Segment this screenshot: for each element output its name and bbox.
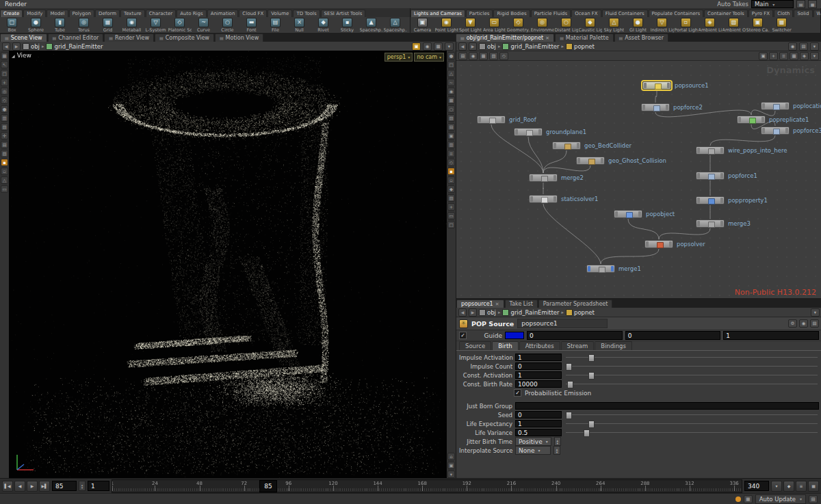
shelf-tab-sesi-artist-tools[interactable]: SESI Artist Tools (321, 10, 366, 17)
snapshot-icon[interactable]: ◇ (447, 159, 455, 166)
shelf-tool-sky-light[interactable]: △Sky Light (602, 17, 626, 33)
node-flag-left[interactable] (697, 198, 700, 203)
shelf-tool-metaball[interactable]: ◉Metaball (120, 17, 144, 33)
probabilistic-emission-checkbox[interactable]: ✓ (514, 389, 521, 397)
camera-menu[interactable]: persp1▾ (385, 53, 413, 62)
shelf-tab-td-tools[interactable]: TD Tools (293, 10, 320, 17)
breadcrumb-item-grid-rainemitter[interactable]: grid_RainEmitter (502, 43, 559, 50)
snap-tool-icon[interactable]: ▥ (1, 114, 8, 122)
menu-render[interactable]: Render (0, 1, 37, 8)
node-popforce2[interactable] (641, 103, 670, 111)
current-frame-marker[interactable]: 85 (259, 480, 277, 492)
node-wire[interactable] (659, 228, 710, 239)
handles-icon[interactable]: ✛ (1, 132, 8, 140)
shelf-tool-caustic-lig[interactable]: ◆Caustic Lig... (578, 17, 602, 33)
path-back-icon[interactable]: ◀ (2, 42, 10, 51)
frame-view-icon[interactable]: ▣ (447, 462, 455, 469)
impulse-count-slider[interactable] (564, 362, 819, 370)
component-icon[interactable]: ◆ (447, 185, 455, 193)
node-popreplicate1[interactable] (737, 116, 766, 124)
node-flag-left[interactable] (515, 129, 518, 135)
tab-motion-view[interactable]: ▤Motion View (215, 34, 263, 42)
shelf-tool-font[interactable]: ▬Font (239, 17, 263, 33)
net-layout-icon[interactable]: ≡ (779, 52, 788, 60)
desktop-menu-icon[interactable]: ▦ (808, 0, 817, 8)
node-flag-right[interactable] (667, 83, 670, 88)
shelf-tab-lights-and-cameras[interactable]: Lights and Cameras (410, 10, 465, 17)
breadcrumb-item-obj[interactable]: obj (479, 43, 496, 50)
net-overview-icon[interactable]: ▣ (759, 52, 768, 60)
home-view-icon[interactable]: ⌂ (447, 453, 455, 460)
shelf-tab-model[interactable]: Model (47, 10, 68, 17)
node-popforce3[interactable] (761, 127, 790, 135)
shelf-tab-populate-containers[interactable]: Populate Containers (649, 10, 704, 17)
node-wire[interactable] (543, 204, 601, 264)
node-flag-left[interactable] (642, 105, 645, 110)
shelf-tool-sticky[interactable]: ▪Sticky (335, 17, 359, 33)
node-wire[interactable] (543, 150, 566, 173)
path-forward-icon[interactable]: ▶ (469, 42, 477, 51)
node-flag-left[interactable] (762, 128, 765, 133)
path-back-icon[interactable]: ◀ (458, 42, 467, 51)
slider-handle[interactable] (588, 354, 595, 362)
shelf-tab-auto-rigs[interactable]: Auto Rigs (177, 10, 206, 17)
close-icon[interactable]: ✕ (545, 36, 549, 41)
group-list-icon[interactable]: ≡ (447, 150, 455, 157)
shelf-tab-container-tools[interactable]: Container Tools (704, 10, 748, 17)
node-groundplane1[interactable] (514, 128, 543, 136)
node-popsolver[interactable] (644, 240, 673, 248)
shelf-tab-character[interactable]: Character (146, 10, 177, 17)
snapshot-camera-icon[interactable]: ▣ (412, 42, 421, 51)
frame-spinner[interactable]: ▴▾ (79, 481, 86, 491)
view-menu-icon[interactable]: ▾ (447, 470, 455, 478)
node-flag-left[interactable] (697, 148, 700, 153)
shelf-tool-grid[interactable]: ▦Grid (96, 17, 120, 33)
view-tool-icon[interactable]: ▦ (1, 52, 8, 59)
pane-menu-icon[interactable]: ▾ (810, 42, 819, 51)
shelf-tab-polygon[interactable]: Polygon (69, 10, 95, 17)
node-flag-left[interactable] (530, 175, 533, 181)
shelf-tab-animation[interactable]: Animation (207, 10, 239, 17)
shelf-tool-spaceshp[interactable]: △Spaceshp... (383, 17, 407, 33)
life-variance-slider[interactable] (564, 429, 819, 436)
shelf-tool-switcher[interactable]: ▦Switcher (770, 17, 794, 33)
node-flag-left[interactable] (738, 117, 741, 122)
info-icon[interactable]: ▭ (447, 212, 455, 220)
path-forward-icon[interactable]: ▶ (12, 42, 21, 51)
node-wire[interactable] (628, 219, 659, 239)
tab-scene-view[interactable]: ▤Scene View (0, 34, 47, 42)
breadcrumb-item-grid-rainemitter[interactable]: grid_RainEmitter (46, 43, 103, 50)
pane-menu-icon[interactable]: ▾ (445, 42, 454, 51)
pane-list-icon[interactable]: ▤ (799, 42, 808, 51)
node-flag-right[interactable] (611, 266, 614, 271)
breadcrumb-item-grid-rainemitter[interactable]: grid_RainEmitter (502, 309, 559, 316)
node-flag-right[interactable] (553, 175, 556, 181)
construction-plane-icon[interactable]: ▧ (1, 123, 8, 131)
shelf-tool-indirect-lig[interactable]: ▽Indirect Lig... (650, 17, 674, 33)
prev-frame-button[interactable]: ◀ (14, 481, 25, 492)
node-flag-right[interactable] (538, 129, 541, 135)
pin-icon[interactable]: ◉ (799, 319, 808, 328)
impulse-activation-slider[interactable] (564, 354, 819, 361)
shelf-tool-ambient-o[interactable]: ▧Ambient O... (722, 17, 746, 33)
jitter-birth-time-menu[interactable]: Positive▾ (515, 437, 551, 446)
shelf-tab-rigid-bodies[interactable]: Rigid Bodies (493, 10, 530, 17)
grid-toggle-icon[interactable]: ▥ (447, 141, 455, 148)
scale-tool-icon[interactable]: ◇ (1, 96, 8, 104)
shelf-tool-ambient-li[interactable]: ◈Ambient Li... (698, 17, 722, 33)
node-flag-right[interactable] (720, 198, 723, 203)
shadows-icon[interactable]: ▧ (447, 114, 455, 122)
pose-tool-icon[interactable]: ● (1, 105, 8, 113)
shelf-tool-sphere[interactable]: ●Sphere (24, 17, 48, 33)
auto-update-selector[interactable]: Auto Update ▾ (755, 494, 806, 504)
interpolate-source-menu[interactable]: None▾ (515, 446, 551, 455)
node-flag-right[interactable] (785, 128, 788, 133)
net-expose-icon[interactable]: ◈ (800, 52, 809, 60)
node-flag-left[interactable] (644, 83, 647, 88)
shelf-tool-l-system[interactable]: ▽L-System (144, 17, 168, 33)
slider-handle[interactable] (566, 412, 572, 419)
camera-link-menu[interactable]: no cam▾ (414, 53, 444, 62)
shelf-tool-spot-light[interactable]: ▼Spot Light (458, 17, 482, 33)
life-variance-field[interactable]: 0.5 (515, 429, 562, 436)
keyframe-button[interactable]: ◆ (783, 481, 794, 492)
